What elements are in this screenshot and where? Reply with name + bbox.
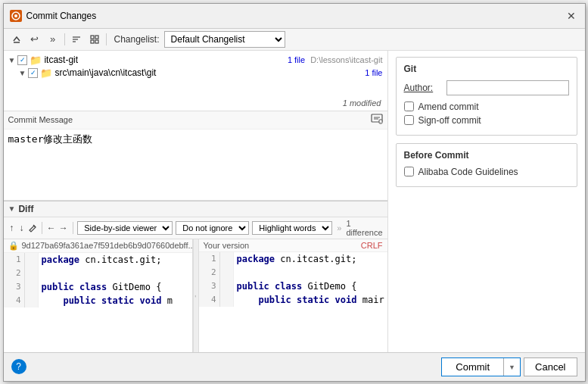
diff-back-btn[interactable]: ← xyxy=(47,220,56,236)
toolbar-separator-2 xyxy=(106,33,107,45)
main-toolbar: ↩ » Changelist: Default Changelist xyxy=(4,29,585,51)
diff-right-panel: Your version CRLF 1 package cn.itcast.gi… xyxy=(199,239,387,352)
amend-commit-checkbox[interactable] xyxy=(404,101,414,111)
dialog-title: Commit Changes xyxy=(26,11,559,21)
main-content: ▼ 📁 itcast-git 1 file D:\lessons\itcast-… xyxy=(4,51,585,352)
help-button[interactable]: ? xyxy=(11,359,26,374)
line-gutter-right-1 xyxy=(220,252,234,266)
folder-icon-1: 📁 xyxy=(30,55,42,66)
commit-button[interactable]: Commit xyxy=(442,358,503,376)
line-gutter-right-4 xyxy=(220,293,234,307)
item-path-1: D:\lessons\itcast-git xyxy=(310,55,382,64)
line-content-left-1: package cn.itcast.git; xyxy=(39,253,192,267)
line-content-left-4: public static void m xyxy=(39,294,192,308)
viewer-select[interactable]: Side-by-side viewer xyxy=(77,221,173,235)
svg-text:↑: ↑ xyxy=(379,120,381,124)
git-section-title: Git xyxy=(404,64,569,74)
sort-button[interactable] xyxy=(68,31,85,48)
file-tree: ▼ 📁 itcast-git 1 file D:\lessons\itcast-… xyxy=(4,51,387,111)
commit-message-section: Commit Message ↑ xyxy=(4,111,387,201)
diff-prev-btn[interactable]: ↑ xyxy=(8,220,15,236)
line-gutter-left-4 xyxy=(25,294,39,308)
diff-right-line-4: 4 public static void mair xyxy=(199,293,387,307)
before-commit-title: Before Commit xyxy=(404,150,569,161)
alibaba-checkbox[interactable] xyxy=(404,167,414,176)
diff-next-btn[interactable]: ↓ xyxy=(18,220,25,236)
diff-right-header: Your version CRLF xyxy=(199,239,387,252)
item-badge-2: 1 file xyxy=(365,68,382,77)
close-button[interactable]: ✕ xyxy=(564,8,579,23)
diff-left-code: 1 package cn.itcast.git; 2 3 xyxy=(4,253,192,308)
svg-rect-5 xyxy=(91,36,94,39)
diff-section-header: ▼ Diff xyxy=(4,201,387,217)
amend-commit-label[interactable]: Amend commit xyxy=(418,101,479,112)
line-num-right-3: 3 xyxy=(199,279,220,293)
diff-line-4: 4 public static void m xyxy=(4,294,192,308)
diff-line-2: 2 xyxy=(4,267,192,280)
cancel-button[interactable]: Cancel xyxy=(524,357,577,376)
line-num-left-1: 1 xyxy=(4,253,25,267)
diff-right-line-1: 1 package cn.itcast.git; xyxy=(199,252,387,266)
diff-right-line-2: 2 xyxy=(199,266,387,279)
diff-fwd-btn[interactable]: → xyxy=(59,220,68,236)
file-tree-item-2[interactable]: ▼ 📁 src\main\java\cn\itcast\git 1 file xyxy=(4,67,387,80)
line-num-right-2: 2 xyxy=(199,266,220,279)
alibaba-label[interactable]: Alibaba Code Guidelines xyxy=(418,167,518,177)
more-button[interactable]: » xyxy=(45,31,61,48)
group-button[interactable] xyxy=(86,31,103,48)
diff-edit-btn[interactable] xyxy=(28,220,37,236)
left-panel: ▼ 📁 itcast-git 1 file D:\lessons\itcast-… xyxy=(4,51,388,352)
diff-right-code: 1 package cn.itcast.git; 2 3 xyxy=(199,252,387,307)
svg-rect-6 xyxy=(95,36,98,39)
svg-point-1 xyxy=(14,14,17,17)
diff-toolbar-sep: » xyxy=(337,223,341,233)
line-content-left-2 xyxy=(39,267,192,280)
before-commit-section: Before Commit Alibaba Code Guidelines xyxy=(396,143,577,187)
alibaba-row: Alibaba Code Guidelines xyxy=(404,167,569,177)
checkbox-itcast-git[interactable] xyxy=(17,55,27,65)
folder-icon-2: 📁 xyxy=(40,67,52,79)
commit-dropdown-button[interactable]: ▼ xyxy=(503,358,520,376)
svg-rect-8 xyxy=(95,40,98,43)
amend-commit-row: Amend commit xyxy=(404,101,569,112)
commit-message-label: Commit Message xyxy=(8,115,73,124)
file-tree-item[interactable]: ▼ 📁 itcast-git 1 file D:\lessons\itcast-… xyxy=(4,54,387,67)
move-up-button[interactable] xyxy=(8,31,25,48)
line-num-left-4: 4 xyxy=(4,294,25,308)
highlight-select[interactable]: Highlight words xyxy=(252,221,332,235)
line-num-left-3: 3 xyxy=(4,280,25,294)
signoff-label[interactable]: Sign-off commit xyxy=(418,115,481,126)
diff-middle-separator[interactable]: ··· xyxy=(193,239,199,352)
diff-right-line-3: 3 public class GitDemo { xyxy=(199,279,387,293)
titlebar: Commit Changes ✕ xyxy=(4,4,585,29)
line-content-right-2 xyxy=(234,266,387,279)
undo-button[interactable]: ↩ xyxy=(26,31,43,48)
diff-right-label: Your version xyxy=(204,241,250,250)
modified-badge: 1 modified xyxy=(343,98,381,108)
line-gutter-right-3 xyxy=(220,279,234,293)
app-icon xyxy=(10,10,22,22)
diff-line-3: 3 public class GitDemo { xyxy=(4,280,192,294)
checkbox-src[interactable] xyxy=(28,68,38,78)
author-input[interactable] xyxy=(446,80,569,95)
commit-message-header: Commit Message ↑ xyxy=(4,111,387,130)
line-gutter-left-2 xyxy=(25,267,39,280)
diff-toolbar: ↑ ↓ ← → Side-by-side viewer Do not ignor… xyxy=(4,217,387,239)
item-name-2: src\main\java\cn\itcast\git xyxy=(54,67,156,78)
git-section: Git Author: Amend commit Sign-off commit xyxy=(396,57,577,136)
lock-icon: 🔒 xyxy=(8,241,19,251)
line-content-right-4: public static void mair xyxy=(234,293,387,307)
diff-content: 🔒 9d127ba69fa361ae7f591deb6b9d07660debff… xyxy=(4,239,387,352)
commit-message-icon: ↑ xyxy=(371,114,383,126)
diff-expand-icon: ▼ xyxy=(8,204,16,213)
expand-icon-2: ▼ xyxy=(19,69,26,77)
changelist-select[interactable]: Default Changelist xyxy=(164,31,285,48)
action-buttons: Commit ▼ Cancel xyxy=(441,357,577,376)
signoff-commit-checkbox[interactable] xyxy=(404,115,414,125)
diff-left-panel: 🔒 9d127ba69fa361ae7f591deb6b9d07660debff… xyxy=(4,239,193,352)
line-gutter-left-3 xyxy=(25,280,39,294)
diff-left-header: 🔒 9d127ba69fa361ae7f591deb6b9d07660debff… xyxy=(4,239,192,253)
ignore-select[interactable]: Do not ignore xyxy=(176,221,249,235)
commit-message-input[interactable] xyxy=(4,130,387,200)
author-field: Author: xyxy=(404,80,569,95)
